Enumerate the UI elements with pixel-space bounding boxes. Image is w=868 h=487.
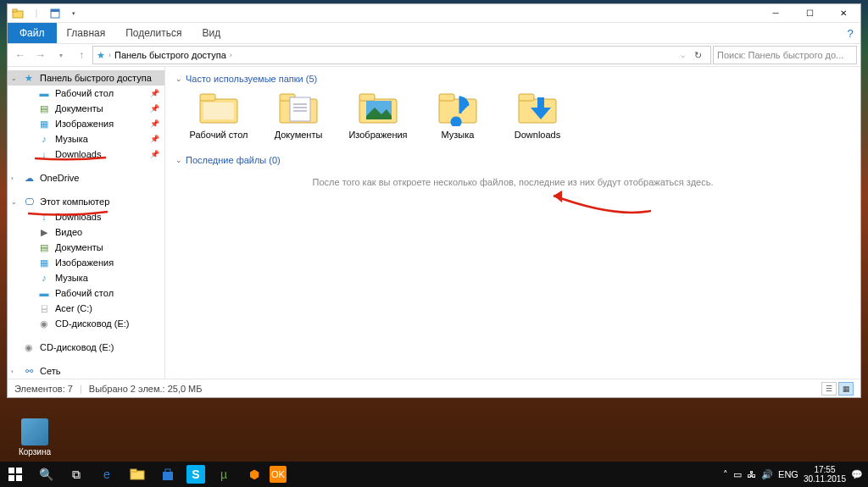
taskbar-utorrent-icon[interactable]: µ bbox=[209, 462, 239, 487]
nav-forward-button[interactable]: → bbox=[31, 46, 50, 64]
nav-this-pc[interactable]: ⌄🖵Этот компьютер bbox=[8, 194, 164, 209]
tray-time: 17:55 bbox=[804, 465, 846, 474]
folder-item-documents[interactable]: Документы bbox=[267, 89, 330, 140]
recycle-bin-icon bbox=[21, 418, 48, 445]
svg-rect-23 bbox=[8, 468, 14, 473]
svg-rect-26 bbox=[16, 475, 22, 481]
navigation-pane[interactable]: ⌄ ★ Панель быстрого доступа ▬Рабочий сто… bbox=[8, 67, 165, 379]
minimize-button[interactable]: ─ bbox=[759, 4, 793, 23]
nav-label: Изображения bbox=[55, 119, 114, 129]
explorer-window: | ▾ ─ ☐ ✕ Файл Главная Поделиться Вид ? … bbox=[7, 3, 861, 398]
qat-dropdown-icon[interactable]: ▾ bbox=[67, 7, 81, 20]
nav-recent-dropdown[interactable]: ▾ bbox=[52, 46, 70, 64]
group-label: Часто используемые папки (5) bbox=[186, 74, 317, 84]
nav-item-videos[interactable]: ▶Видео bbox=[8, 224, 164, 240]
tray-network-icon[interactable]: 🖧 bbox=[747, 469, 756, 479]
tray-volume-icon[interactable]: 🔊 bbox=[761, 469, 773, 480]
group-recent-files[interactable]: ⌄ Последние файлы (0) bbox=[175, 155, 850, 165]
taskbar-search-icon[interactable]: 🔍 bbox=[31, 462, 61, 487]
nav-label: Документы bbox=[55, 242, 103, 252]
folder-icon bbox=[11, 7, 25, 20]
content-pane[interactable]: ⌄ Часто используемые папки (5) Рабочий с… bbox=[165, 67, 860, 379]
breadcrumb[interactable]: ★ › Панель быстрого доступа › ⌵ ↻ bbox=[92, 46, 711, 64]
taskbar-store-icon[interactable] bbox=[153, 462, 183, 487]
group-label: Последние файлы (0) bbox=[186, 155, 281, 165]
group-frequent-folders[interactable]: ⌄ Часто используемые папки (5) bbox=[175, 74, 850, 84]
chevron-right-icon: › bbox=[230, 51, 232, 59]
nav-label: Рабочий стол bbox=[55, 288, 114, 298]
taskbar-app-icon[interactable]: ⬢ bbox=[239, 462, 270, 487]
folder-item-downloads[interactable]: Downloads bbox=[506, 89, 569, 140]
nav-back-button[interactable]: ← bbox=[11, 46, 30, 64]
nav-label: Downloads bbox=[55, 149, 101, 159]
ribbon-tab-home[interactable]: Главная bbox=[57, 23, 116, 43]
taskbar: 🔍 ⧉ e S µ ⬢ OK ˄ ▭ 🖧 🔊 ENG 17:55 30.11.2… bbox=[0, 462, 868, 487]
view-details-button[interactable]: ☰ bbox=[821, 382, 837, 396]
nav-item-cd-e[interactable]: ◉CD-дисковод (E:) bbox=[8, 316, 164, 331]
taskbar-ok-icon[interactable]: OK bbox=[270, 466, 287, 483]
start-button[interactable] bbox=[0, 462, 31, 487]
nav-item-documents-pc[interactable]: ▤Документы bbox=[8, 240, 164, 255]
close-button[interactable]: ✕ bbox=[826, 4, 860, 23]
ribbon-tab-view[interactable]: Вид bbox=[192, 23, 231, 43]
nav-item-music-pc[interactable]: ♪Музыка bbox=[8, 270, 164, 285]
ribbon-help-button[interactable]: ? bbox=[840, 23, 860, 43]
nav-onedrive[interactable]: ›☁OneDrive bbox=[8, 170, 164, 185]
task-view-button[interactable]: ⧉ bbox=[61, 462, 92, 487]
view-large-icons-button[interactable]: ▦ bbox=[838, 382, 854, 396]
nav-item-drive-c[interactable]: ⌸Acer (C:) bbox=[8, 301, 164, 316]
nav-item-pictures[interactable]: ▦Изображения📌 bbox=[8, 116, 164, 131]
expand-icon[interactable]: ⌄ bbox=[11, 198, 17, 206]
taskbar-edge-icon[interactable]: e bbox=[92, 462, 122, 487]
search-input[interactable]: Поиск: Панель быстрого до... bbox=[713, 46, 857, 64]
address-bar: ← → ▾ ↑ ★ › Панель быстрого доступа › ⌵ … bbox=[8, 43, 860, 67]
folder-item-pictures[interactable]: Изображения bbox=[347, 89, 409, 140]
nav-item-desktop-pc[interactable]: ▬Рабочий стол bbox=[8, 285, 164, 301]
nav-cd-detached[interactable]: ◉CD-дисковод (E:) bbox=[8, 340, 164, 355]
expand-icon[interactable]: › bbox=[11, 174, 14, 182]
nav-label: Рабочий стол bbox=[55, 88, 114, 98]
expand-icon[interactable]: › bbox=[11, 368, 14, 375]
taskbar-skype-icon[interactable]: S bbox=[186, 465, 205, 484]
nav-item-documents[interactable]: ▤Документы📌 bbox=[8, 101, 164, 116]
nav-item-desktop[interactable]: ▬Рабочий стол📌 bbox=[8, 86, 164, 101]
picture-icon: ▦ bbox=[38, 257, 50, 268]
recycle-bin-label: Корзина bbox=[14, 447, 56, 457]
cd-icon: ◉ bbox=[23, 341, 35, 353]
chevron-down-icon: ⌄ bbox=[175, 75, 182, 83]
folder-item-music[interactable]: Музыка bbox=[426, 89, 489, 140]
tray-lang[interactable]: ENG bbox=[778, 469, 798, 479]
nav-item-music[interactable]: ♪Музыка📌 bbox=[8, 131, 164, 147]
maximize-button[interactable]: ☐ bbox=[793, 4, 826, 23]
tray-chevron-up-icon[interactable]: ˄ bbox=[723, 469, 728, 480]
nav-label: Сеть bbox=[40, 366, 60, 376]
recycle-bin[interactable]: Корзина bbox=[14, 418, 56, 457]
nav-item-downloads-pc[interactable]: ↓Downloads bbox=[8, 209, 164, 224]
desktop-icon: ▬ bbox=[38, 87, 50, 99]
doc-icon: ▤ bbox=[38, 241, 50, 253]
tray-notifications-icon[interactable]: 💬 bbox=[851, 469, 863, 480]
ribbon-file-tab[interactable]: Файл bbox=[8, 23, 57, 43]
svg-rect-20 bbox=[519, 94, 534, 101]
nav-up-button[interactable]: ↑ bbox=[72, 46, 91, 64]
tray-battery-icon[interactable]: ▭ bbox=[733, 469, 742, 480]
nav-item-pictures-pc[interactable]: ▦Изображения bbox=[8, 255, 164, 270]
download-icon: ↓ bbox=[38, 211, 50, 223]
expand-icon[interactable]: ⌄ bbox=[11, 75, 17, 82]
qat-properties-icon[interactable] bbox=[48, 7, 62, 20]
svg-rect-18 bbox=[439, 94, 454, 101]
nav-network[interactable]: ›⚯Сеть bbox=[8, 363, 164, 379]
folder-item-desktop[interactable]: Рабочий стол bbox=[187, 89, 250, 140]
tray-clock[interactable]: 17:55 30.11.2015 bbox=[804, 465, 846, 484]
address-dropdown-icon[interactable]: ⌵ bbox=[681, 51, 685, 59]
nav-quick-access[interactable]: ⌄ ★ Панель быстрого доступа bbox=[8, 70, 164, 86]
pin-icon: 📌 bbox=[150, 119, 159, 128]
ribbon: Файл Главная Поделиться Вид ? bbox=[8, 23, 860, 43]
taskbar-explorer-icon[interactable] bbox=[122, 462, 153, 487]
ribbon-tab-share[interactable]: Поделиться bbox=[115, 23, 192, 43]
nav-item-downloads[interactable]: ↓Downloads📌 bbox=[8, 147, 164, 162]
qat-divider: | bbox=[30, 7, 43, 20]
refresh-button[interactable]: ↻ bbox=[688, 50, 707, 61]
svg-marker-22 bbox=[554, 191, 562, 202]
folder-label: Документы bbox=[275, 130, 323, 140]
